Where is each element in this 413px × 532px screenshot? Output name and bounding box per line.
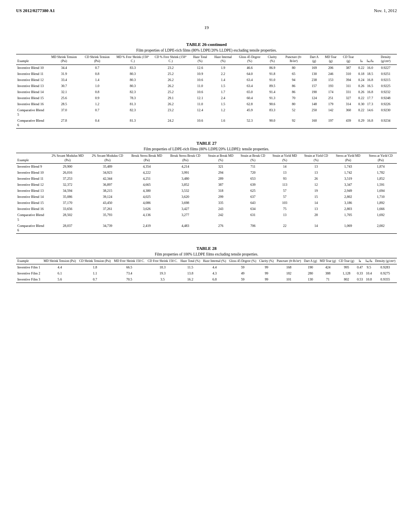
table-cell: 18.3: [146, 264, 179, 271]
table-cell: 92: [281, 118, 307, 129]
table-cell: 246: [322, 71, 340, 77]
table-cell: 1,743: [332, 164, 365, 170]
table-cell: 38,215: [88, 188, 127, 194]
table-cell: 0.8: [81, 89, 114, 95]
patent-date: Nov. 1, 2012: [374, 8, 397, 13]
table-cell: 80.3: [114, 83, 152, 89]
table28-subtitle: Film properties of 100% LLDPE films excl…: [16, 252, 397, 256]
table-cell: 3,620: [166, 194, 204, 200]
table-cell: 70.5: [113, 276, 146, 283]
table-cell: Inventive Film 2: [16, 270, 42, 276]
col-cd-tear: CD Tear (g): [340, 54, 357, 65]
table27-title: TABLE 27: [16, 141, 397, 145]
col-puncture: Puncture (ft-lb/in³): [275, 258, 302, 264]
table-cell: 16.0: [365, 64, 375, 71]
table-cell: 1,666: [365, 206, 397, 212]
table-cell: 4.3: [202, 270, 228, 276]
col-dart: Dart A (g): [307, 54, 321, 65]
table-cell: 86: [281, 89, 307, 95]
table-cell: 13: [300, 206, 332, 212]
table-cell: 394: [340, 77, 357, 83]
table-cell: 4.4: [202, 264, 228, 271]
table-cell: Inventive Blend 16: [16, 101, 47, 107]
table-cell: 80.3: [114, 77, 152, 83]
table-cell: 35,086: [48, 194, 88, 200]
table-cell: 57: [269, 194, 301, 200]
table-cell: 46.6: [236, 64, 264, 71]
table-cell: 0.9215: [375, 77, 397, 83]
table-cell: 190: [302, 264, 318, 271]
table-cell: 17.3: [365, 101, 375, 107]
table-cell: 71: [318, 276, 337, 283]
col-clarity: Clarity (%): [264, 54, 280, 65]
table-cell: 63.4: [236, 83, 264, 89]
table-cell: 9.5: [364, 264, 373, 271]
table-cell: 299: [204, 194, 237, 200]
table-cell: 64.0: [236, 71, 264, 77]
table-cell: 4,380: [127, 188, 167, 194]
table-cell: 169: [307, 64, 321, 71]
table-cell: 335: [204, 200, 237, 206]
col-md-shrink-tension: MD Shrink Tension (Psi): [42, 258, 77, 264]
table-cell: 4,354: [127, 164, 167, 170]
table-cell: 4,251: [127, 176, 167, 182]
col-md-free-shrink: MD Free Shrink 150 C.: [113, 258, 146, 264]
col-strain-break-cd: Strain at Break CD (%): [237, 153, 269, 164]
table-cell: 26.2: [152, 83, 190, 89]
table-row: Inventive Blend 1330.71.080.326.211.01.5…: [16, 83, 397, 89]
table-cell: 387: [204, 182, 237, 188]
table26-body: Inventive Blend 1034.40.783.323.212.61.9…: [16, 64, 397, 129]
table-cell: 14.6: [365, 107, 375, 118]
table-cell: 81.3: [114, 118, 152, 129]
table-cell: 1.2: [81, 101, 114, 107]
table-cell: 168: [275, 264, 302, 271]
table-cell: Inventive Blend 14: [16, 89, 47, 95]
table-cell: 4,086: [127, 200, 167, 206]
col-break-stress-md: Break Stress Break MD (Psi): [127, 153, 167, 164]
table-cell: 1,694: [365, 188, 397, 194]
table-cell: 311: [340, 83, 357, 89]
table-cell: 59: [227, 264, 258, 271]
table-cell: 52: [281, 107, 307, 118]
col-clarity: Clarity (%): [258, 258, 275, 264]
table-cell: 130: [307, 71, 321, 77]
table-cell: Inventive Blend 16: [16, 206, 48, 212]
col-stress-yield-cd: Stress at Yield CD (Psi): [365, 153, 397, 164]
table-cell: 3,532: [166, 188, 204, 194]
table-cell: 4.4: [42, 264, 77, 271]
table-cell: 802: [337, 276, 355, 283]
table-cell: Comparative Blend 5: [16, 107, 47, 118]
table-cell: 83.3: [264, 107, 280, 118]
table27-section: TABLE 27 Film properties of LDPE-rich fi…: [16, 141, 397, 233]
table-cell: 3,519: [332, 176, 365, 182]
table-row: Inventive Blend 1137,25342,3444,2513,480…: [16, 176, 397, 182]
table-cell: 720: [237, 170, 269, 176]
table-row: Inventive Film 26.11.173.419.313.84.3499…: [16, 270, 397, 276]
table-cell: 206: [322, 64, 340, 71]
table-cell: 124: [307, 95, 321, 101]
col-haze-internal: Haze Internal (%): [211, 54, 235, 65]
table-cell: 29,900: [48, 164, 88, 170]
table-cell: 23.2: [152, 107, 190, 118]
table-cell: 36,897: [88, 182, 127, 188]
table-cell: 83.3: [114, 64, 152, 71]
table-cell: 90.6: [264, 101, 280, 107]
table27: Example 2% Secant Modulus MD (Psi) 2% Se…: [16, 153, 397, 233]
table-cell: 80: [281, 101, 307, 107]
table26: Example MD Shrink Tension (Psi) CD Shrin…: [16, 54, 397, 129]
table-cell: 1,128: [337, 270, 355, 276]
col-md-free-shrink: MD % Free Shrink (150° C.): [114, 54, 152, 65]
table-cell: 81.3: [114, 101, 152, 107]
table-row: Inventive Blend 1435,08639,1244,0253,620…: [16, 194, 397, 200]
table-cell: 35,793: [88, 212, 127, 222]
table-cell: 25.6: [47, 95, 81, 101]
table26-subtitle: Film properties of LDPE-rich films (80% …: [16, 48, 397, 52]
table-cell: 19.3: [146, 270, 179, 276]
table-cell: 13.8: [179, 270, 202, 276]
table-cell: 280: [302, 270, 318, 276]
table-cell: 89.5: [264, 83, 280, 89]
col-secant-md: 2% Secant Modulus MD (Psi): [48, 153, 88, 164]
table-cell: 250: [307, 107, 321, 118]
table-cell: Inventive Blend 15: [16, 95, 47, 101]
table-cell: 1.4: [211, 77, 235, 83]
